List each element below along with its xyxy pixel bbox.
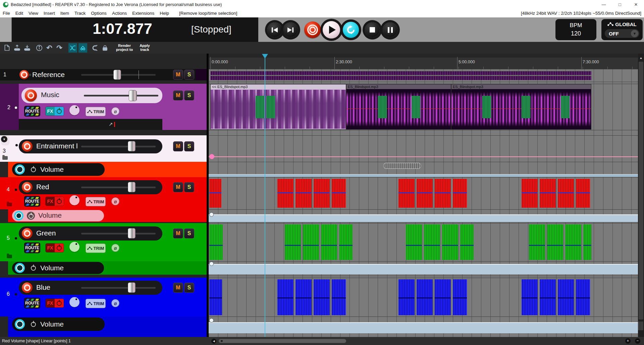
fx-button[interactable]: FX [45,243,64,253]
record-arm-button[interactable] [22,282,33,293]
mute-button[interactable]: M [173,90,183,100]
maximize-button[interactable]: □ [612,0,628,9]
track-name[interactable]: Blue [36,283,50,291]
record-arm-button[interactable] [22,228,33,239]
volume-fader-track[interactable] [81,146,156,147]
blue-pulse-block[interactable] [558,279,574,315]
envelope-link-toggle-icon[interactable] [78,43,87,53]
repeat-button[interactable] [343,22,359,38]
track-name[interactable]: Red [36,183,49,191]
blue-pulse-block[interactable] [522,279,538,315]
media-item[interactable]: ES_Blindspot.mp3 [346,84,451,130]
solo-button[interactable]: S [184,141,194,151]
scroll-up-icon[interactable]: ▲ [639,56,643,60]
solo-button[interactable]: S [184,70,194,80]
blue-pulse-block[interactable] [314,279,330,315]
transport-time-display[interactable]: 1:07.877 [65,20,179,38]
reference-item-strip[interactable] [210,76,591,80]
green-pulse-block[interactable] [460,224,474,260]
volume-fader-thumb[interactable] [128,141,136,151]
envelope-knob[interactable] [14,211,23,220]
mute-button[interactable]: M [173,141,183,151]
vertical-scroll-thumb[interactable] [639,62,643,320]
redo-icon[interactable]: ↷ [55,43,64,53]
mute-button[interactable]: M [173,70,183,80]
new-project-icon[interactable] [3,43,11,53]
phase-button[interactable]: ø [111,197,119,205]
undo-icon[interactable]: ↶ [45,43,54,53]
red-pulse-block[interactable] [296,179,312,208]
project-settings-icon[interactable] [35,43,44,53]
zoom-out-button[interactable]: − [635,338,640,344]
menu-item-options[interactable]: Options [88,11,109,16]
volume-fader-track[interactable] [81,187,156,188]
bpm-value[interactable]: 120 [555,30,596,37]
green-pulse-block[interactable] [339,224,353,260]
mute-button[interactable]: M [173,283,183,293]
media-item[interactable]: << ES_Blindspot.mp3 [210,84,346,130]
green-pulse-block[interactable] [321,224,337,260]
solo-button[interactable]: S [184,90,194,100]
volume-fader-track[interactable] [81,233,156,234]
blue-pulse-block[interactable] [277,279,293,315]
play-button[interactable] [323,21,340,39]
go-to-end-button[interactable] [283,22,298,37]
menu-item-extensions[interactable]: Extensions [129,11,157,16]
global-automation-dropdown[interactable]: OFF ▼ [605,29,639,38]
zoom-in-button[interactable]: + [625,338,631,344]
trim-envelope-button[interactable]: TRIM [86,299,106,308]
trim-envelope-button[interactable]: TRIM [86,107,106,116]
close-button[interactable]: ✕ [628,0,644,9]
timeline-ruler[interactable]: 0:00.0002:30.0005:00.0007:30.000 [209,54,638,69]
red-pulse-block[interactable] [435,179,451,208]
green-pulse-block[interactable] [303,224,319,260]
envelope-name[interactable]: Volume [40,320,64,328]
menu-item-view[interactable]: View [26,11,41,16]
menu-item-help[interactable]: Help [157,11,172,16]
red-pulse-block[interactable] [332,179,346,208]
green-pulse-block[interactable] [442,224,458,260]
envelope-power-icon[interactable] [31,266,36,271]
red-pulse-block[interactable] [558,179,574,208]
green-pulse-block[interactable] [424,224,440,260]
track-panel-entrainment[interactable]: ▼ 3 Entrainment l M S [0,135,207,162]
envelope-point[interactable] [209,318,214,323]
red-pulse-block[interactable] [398,179,415,208]
green-pulse-block[interactable] [583,224,591,260]
volume-fader-thumb[interactable] [128,282,136,293]
menu-item-edit[interactable]: Edit [13,11,26,16]
red-pulse-block[interactable] [314,179,330,208]
folder-collapse-icon[interactable]: ▼ [1,136,7,142]
pan-knob[interactable] [69,297,79,307]
pause-button[interactable] [383,22,397,37]
fx-power-icon[interactable] [55,244,64,252]
track-panel-green[interactable]: 5 Green M S ROUTE FX TRIM ø [0,223,207,261]
record-arm-indicator[interactable] [15,237,17,239]
record-arm-indicator[interactable] [15,107,17,109]
envelope-point[interactable] [209,262,214,266]
phase-button[interactable]: ø [111,299,119,307]
envelope-power-icon[interactable] [31,322,36,327]
solo-button[interactable]: S [184,182,194,192]
phase-button[interactable]: ø [111,244,119,252]
fx-button[interactable]: FX [45,197,64,206]
red-pulse-block[interactable] [540,179,556,208]
envelope-name[interactable]: Volume [38,211,62,219]
track-name[interactable]: Green [36,229,56,237]
phase-button[interactable]: ø [111,107,119,115]
menu-item-insert[interactable]: Insert [41,11,58,16]
menu-item-item[interactable]: Item [58,11,72,16]
envelope-lane-entrainment-volume[interactable]: Volume [8,162,207,177]
envelope-point[interactable] [209,212,214,217]
green-pulse-block[interactable] [547,224,563,260]
horizontal-scroll-thumb[interactable] [219,339,346,343]
track-name[interactable]: Entrainment l [36,142,78,150]
volume-fader-thumb[interactable] [113,70,121,80]
pink-envelope-line[interactable] [209,156,638,157]
trim-envelope-button[interactable]: TRIM [86,244,106,253]
global-automation-box[interactable]: GLOBAL OFF ▼ [601,19,643,40]
envelope-knob[interactable] [15,263,25,273]
media-item[interactable]: ES_Blindspot.mp3 [451,84,591,130]
envelope-knob[interactable] [15,319,25,329]
envelope-name[interactable]: Volume [40,165,64,174]
